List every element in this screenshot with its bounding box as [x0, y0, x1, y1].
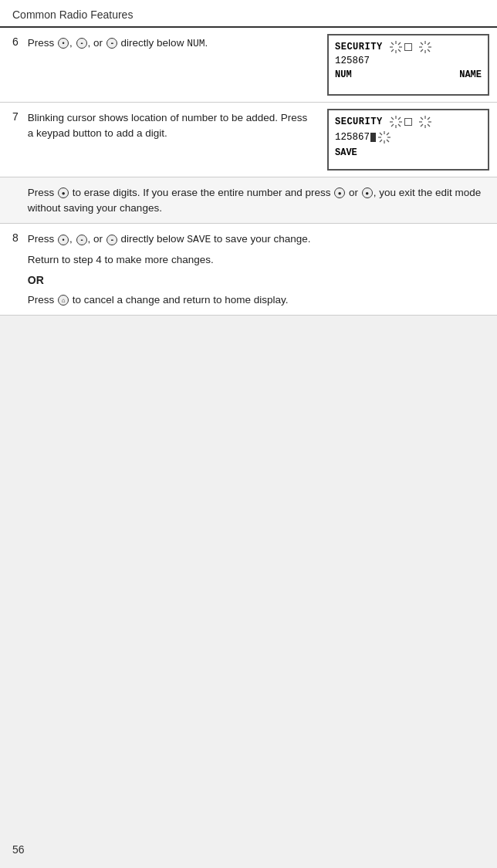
svg-line-6	[398, 42, 401, 45]
main-content: 6 Press , , or directly below NUM. SECUR…	[0, 28, 497, 316]
page-header: Common Radio Features	[0, 0, 497, 28]
page-title: Common Radio Features	[12, 8, 133, 21]
svg-line-7	[391, 49, 394, 52]
instruction-table: 6 Press , , or directly below NUM. SECUR…	[0, 28, 497, 316]
svg-line-14	[428, 42, 430, 45]
table-row: 8 Press , , or directly below SAVE to sa…	[0, 224, 497, 316]
instruction-text: Blinking cursor shows location of number…	[25, 103, 320, 177]
screen-menu: NUM NAME	[335, 69, 482, 80]
svg-line-39	[380, 140, 382, 142]
button-single-dot-icon	[58, 38, 69, 49]
svg-line-22	[398, 117, 401, 120]
menu-save-label: SAVE	[335, 147, 357, 158]
screen-menu-2: SAVE	[335, 147, 482, 158]
svg-line-15	[421, 49, 423, 52]
svg-line-13	[428, 49, 430, 52]
table-row: 6 Press , , or directly below NUM. SECUR…	[0, 28, 497, 103]
btn1-icon	[58, 235, 69, 245]
button-triple-dot-icon	[106, 38, 117, 49]
page-number: 56	[12, 843, 25, 856]
svg-line-12	[421, 42, 423, 45]
erase-button-icon-3: ●	[362, 187, 373, 198]
svg-line-37	[387, 140, 389, 142]
btn2-icon	[76, 235, 87, 245]
step-number-empty	[0, 177, 25, 224]
step-number: 7	[0, 103, 25, 177]
svg-line-20	[391, 117, 394, 120]
screen-display: SECURITY	[320, 28, 497, 103]
signal-sunburst-icon-4	[418, 115, 432, 129]
signal-sunburst-icon	[389, 40, 403, 54]
radio-screen-2: SECURITY	[327, 109, 489, 171]
step-number: 6	[0, 28, 25, 103]
signal-sunburst-icon-3	[389, 115, 403, 129]
instruction-text-8: Press , , or directly below SAVE to save…	[25, 224, 497, 316]
screen-line-header: SECURITY	[335, 40, 482, 54]
svg-line-28	[421, 117, 423, 120]
screen-display: SECURITY	[320, 103, 497, 177]
btn3-icon	[106, 235, 117, 245]
cursor-sunburst	[377, 130, 391, 144]
lock-icon-2	[404, 118, 412, 126]
svg-line-5	[398, 49, 401, 52]
button-double-dot-icon	[76, 38, 87, 49]
security-label-2: SECURITY	[335, 116, 383, 129]
signal-sunburst-icon-2	[418, 40, 432, 54]
lock-icon	[404, 43, 412, 51]
instruction-text: Press , , or directly below NUM.	[25, 28, 320, 103]
table-row: 7 Blinking cursor shows location of numb…	[0, 103, 497, 177]
step-number-8: 8	[0, 224, 25, 316]
radio-screen-1: SECURITY	[327, 34, 489, 96]
erase-button-icon: ●	[58, 187, 69, 198]
svg-line-36	[380, 133, 382, 135]
svg-line-30	[428, 117, 430, 120]
svg-line-21	[398, 124, 401, 127]
screen-line-header: SECURITY	[335, 115, 482, 129]
svg-line-4	[391, 42, 394, 45]
or-label: OR	[28, 272, 489, 288]
erase-button-icon-2: ●	[334, 187, 345, 198]
screen-number-display-2: 125867	[335, 130, 482, 144]
svg-line-31	[421, 124, 423, 127]
svg-line-38	[387, 133, 389, 135]
table-row: Press ● to erase digits. If you erase th…	[0, 177, 497, 224]
screen-number-display: 125867	[335, 56, 482, 66]
menu-right-label: NAME	[459, 69, 482, 80]
svg-line-29	[428, 124, 430, 127]
cursor-blink	[370, 133, 376, 142]
instruction-text-erase: Press ● to erase digits. If you erase th…	[25, 177, 497, 224]
svg-line-23	[391, 124, 394, 127]
menu-left-label: NUM	[335, 69, 352, 80]
home-button-icon	[58, 295, 69, 306]
security-label: SECURITY	[335, 41, 383, 54]
